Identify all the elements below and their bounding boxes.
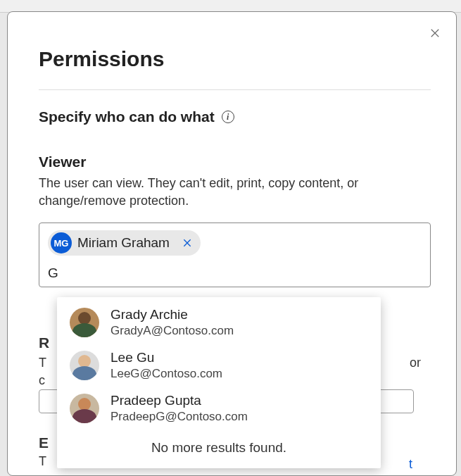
suggestion-item[interactable]: Grady ArchieGradyA@Contoso.com	[57, 301, 381, 344]
avatar	[70, 308, 99, 337]
suggestion-name: Lee Gu	[110, 350, 222, 366]
viewer-description: The user can view. They can't edit, prin…	[39, 175, 398, 210]
close-button[interactable]	[427, 25, 443, 42]
suggestion-name: Grady Archie	[110, 307, 234, 323]
divider	[39, 89, 431, 90]
avatar	[70, 351, 99, 380]
no-more-results: No more results found.	[57, 440, 381, 456]
viewer-label: Viewer	[39, 154, 431, 170]
person-chip[interactable]: MG Miriam Graham	[48, 230, 201, 256]
people-search-input[interactable]	[48, 265, 422, 281]
dialog-title: Permissions	[39, 47, 431, 71]
people-suggestions-dropdown: Grady ArchieGradyA@Contoso.comLee GuLeeG…	[57, 297, 381, 468]
suggestion-name: Pradeep Gupta	[110, 393, 248, 409]
suggestion-item[interactable]: Pradeep GuptaPradeepG@Contoso.com	[57, 387, 381, 430]
subtitle-text: Specify who can do what	[39, 108, 215, 125]
permissions-dialog: Permissions Specify who can do what i Vi…	[7, 11, 457, 476]
obscured-link-tail[interactable]: t	[409, 457, 412, 472]
info-icon[interactable]: i	[222, 111, 234, 123]
suggestion-email: GradyA@Contoso.com	[110, 323, 234, 339]
suggestion-item[interactable]: Lee GuLeeG@Contoso.com	[57, 344, 381, 387]
chip-remove-button[interactable]	[179, 235, 195, 251]
chip-name: Miriam Graham	[77, 235, 170, 251]
suggestion-email: LeeG@Contoso.com	[110, 366, 222, 382]
subtitle-row: Specify who can do what i	[39, 108, 431, 125]
close-icon	[429, 27, 441, 39]
chip-avatar: MG	[51, 232, 72, 253]
suggestion-email: PradeepG@Contoso.com	[110, 409, 248, 425]
avatar	[70, 394, 99, 423]
viewer-people-input[interactable]: MG Miriam Graham	[39, 223, 431, 287]
remove-icon	[182, 237, 193, 249]
